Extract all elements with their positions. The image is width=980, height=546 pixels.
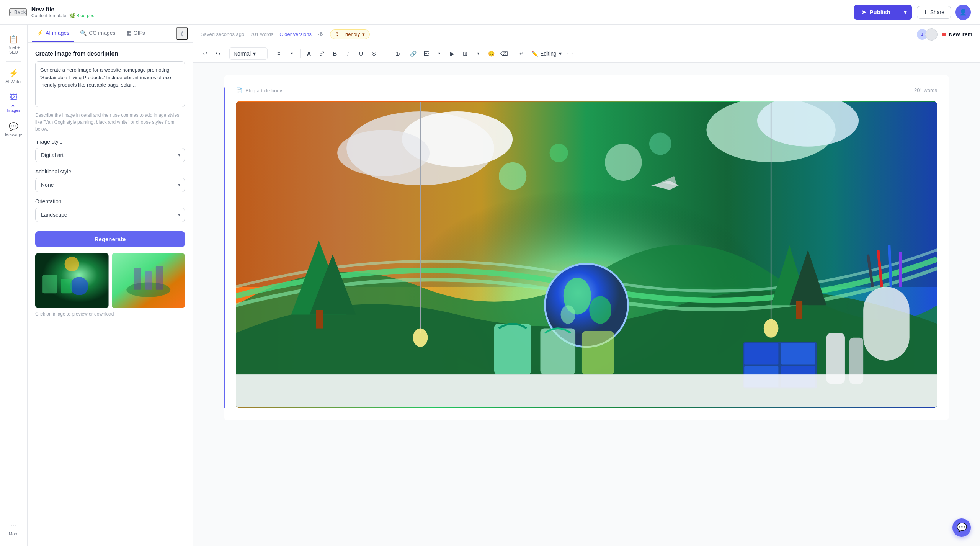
table-arrow-button[interactable]: ▾ <box>472 47 484 60</box>
toolbar-divider-4 <box>513 49 513 58</box>
top-nav-left: ‹ Back New file Content template: 🌿 Blog… <box>9 6 96 18</box>
svg-point-49 <box>550 144 568 162</box>
publish-icon: ➤ <box>861 9 866 16</box>
table-button[interactable]: ⊞ <box>459 47 471 60</box>
image-arrow-button[interactable]: ▾ <box>433 47 445 60</box>
thumbnail-1[interactable] <box>35 253 109 308</box>
tab-ai-images[interactable]: ⚡ AI images <box>32 25 74 42</box>
panel-collapse-button[interactable]: ❮ <box>176 27 188 40</box>
sidebar-label-ai-images: AI Images <box>5 103 22 113</box>
tab-cc-images[interactable]: 🔍 CC images <box>75 25 120 42</box>
sidebar-item-ai-writer[interactable]: ⚡ AI Writer <box>2 65 25 88</box>
format-style-label: Normal <box>234 51 251 57</box>
italic-button[interactable]: I <box>342 47 354 60</box>
toolbar-divider-2 <box>270 49 270 58</box>
svg-point-21 <box>589 296 611 324</box>
hero-image[interactable] <box>236 101 937 408</box>
template-icon: 🌿 <box>69 13 75 18</box>
tab-gifs[interactable]: ▦ GIFs <box>122 25 150 42</box>
sidebar-label-more: More <box>9 531 18 536</box>
collab-avatars: J <box>916 28 938 41</box>
far-sidebar: 📋 Brief + SEO ⚡ AI Writer 🖼 AI Images 💬 … <box>0 25 28 546</box>
sidebar-item-more[interactable]: ··· More <box>2 517 25 540</box>
svg-line-44 <box>889 245 891 287</box>
orientation-wrapper: Landscape Portrait Square ▾ <box>35 208 185 222</box>
undo2-button[interactable]: ↩ <box>515 47 528 60</box>
red-dot <box>942 33 946 36</box>
image-style-select[interactable]: Digital art Realistic Watercolor Oil pai… <box>35 148 185 162</box>
back-label: Back <box>14 9 26 15</box>
additional-style-label: Additional style <box>35 168 185 175</box>
svg-rect-30 <box>744 343 778 364</box>
sidebar-item-brief-seo[interactable]: 📋 Brief + SEO <box>2 31 25 58</box>
doc-left-border <box>224 87 225 408</box>
editing-label: Editing <box>540 51 557 57</box>
image-style-wrapper: Digital art Realistic Watercolor Oil pai… <box>35 148 185 162</box>
highlight-button[interactable]: 🖊 <box>316 47 328 60</box>
editing-arrow-icon: ▾ <box>559 51 562 57</box>
tab-cc-images-label: CC images <box>89 30 115 36</box>
chat-bubble-button[interactable]: 💬 <box>952 518 971 537</box>
subtitle-label: Content template: <box>31 13 68 18</box>
tone-button[interactable]: 🎙 Friendly ▾ <box>330 29 370 39</box>
redo-button[interactable]: ↪ <box>212 47 224 60</box>
more-options-button[interactable]: ⋯ <box>564 47 576 60</box>
svg-rect-39 <box>540 329 575 375</box>
back-button[interactable]: ‹ Back <box>9 8 27 16</box>
pencil-icon: ✏️ <box>531 51 538 57</box>
svg-point-1 <box>70 277 88 295</box>
publish-button[interactable]: ➤ Publish ▾ <box>854 5 912 20</box>
sidebar-item-message[interactable]: 💬 Message <box>2 118 25 141</box>
ordered-list-button[interactable]: 1≔ <box>394 47 406 60</box>
align-button[interactable]: ≡ <box>273 47 285 60</box>
regenerate-button[interactable]: Regenerate <box>35 231 185 247</box>
svg-point-35 <box>413 329 428 347</box>
toolbar-divider-3 <box>300 49 301 58</box>
align-down-button[interactable]: ▾ <box>286 47 298 60</box>
undo-button[interactable]: ↩ <box>199 47 211 60</box>
ai-images-tab-icon: ⚡ <box>37 30 43 36</box>
bold-button[interactable]: B <box>329 47 341 60</box>
svg-rect-31 <box>781 343 815 364</box>
panel-body: Create image from description Generate a… <box>28 43 193 546</box>
sidebar-label-message: Message <box>5 132 22 137</box>
image-button[interactable]: 🖼 <box>420 47 432 60</box>
toolbar-divider-1 <box>227 49 227 58</box>
emoji-button[interactable]: 😊 <box>485 47 497 60</box>
message-icon: 💬 <box>9 122 18 131</box>
tab-gifs-label: GIFs <box>134 30 145 36</box>
publish-main: ➤ Publish <box>854 5 898 20</box>
style-dropdown[interactable]: Normal ▾ <box>229 47 268 60</box>
svg-point-22 <box>561 305 576 324</box>
brief-seo-icon: 📋 <box>9 34 18 44</box>
thumbnail-2[interactable] <box>112 253 185 308</box>
editor-area: Saved seconds ago 201 words Older versio… <box>193 25 980 546</box>
text-color-button[interactable]: A <box>303 47 315 60</box>
bullet-list-button[interactable]: ≔ <box>381 47 393 60</box>
editing-badge[interactable]: ✏️ Editing ▾ <box>531 51 562 57</box>
statusbar-left: Saved seconds ago 201 words Older versio… <box>201 29 370 39</box>
strikethrough-button[interactable]: S <box>368 47 380 60</box>
eye-icon[interactable]: 👁 <box>318 31 324 38</box>
gifs-tab-icon: ▦ <box>126 30 131 36</box>
statusbar-right: J New Item <box>916 28 972 41</box>
svg-point-51 <box>649 133 671 155</box>
underline-button[interactable]: U <box>355 47 367 60</box>
play-button[interactable]: ▶ <box>446 47 458 60</box>
file-subtitle: Content template: 🌿 Blog post <box>31 13 96 18</box>
description-textarea[interactable]: Generate a hero image for a website home… <box>35 61 185 107</box>
publish-label: Publish <box>869 9 890 15</box>
file-info: New file Content template: 🌿 Blog post <box>31 6 96 18</box>
clear-format-button[interactable]: ⌫ <box>498 47 510 60</box>
left-panel: ⚡ AI images 🔍 CC images ▦ GIFs ❮ Create … <box>28 25 193 546</box>
user-avatar[interactable]: 👤 <box>956 5 971 20</box>
older-versions-link[interactable]: Older versions <box>279 31 312 37</box>
link-button[interactable]: 🔗 <box>407 47 419 60</box>
sidebar-item-ai-images[interactable]: 🖼 AI Images <box>2 89 25 116</box>
orientation-select[interactable]: Landscape Portrait Square <box>35 208 185 222</box>
template-name[interactable]: Blog post <box>77 13 96 18</box>
additional-style-select[interactable]: None Cinematic Vintage Minimalist <box>35 178 185 192</box>
svg-point-37 <box>764 319 779 337</box>
svg-point-50 <box>605 144 642 180</box>
share-button[interactable]: ⬆ Share <box>917 6 951 19</box>
